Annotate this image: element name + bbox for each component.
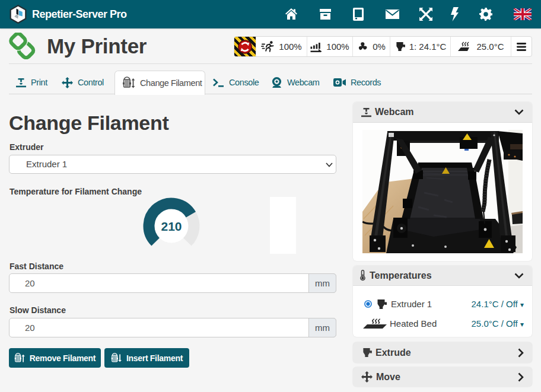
svg-text:210: 210	[161, 219, 182, 233]
